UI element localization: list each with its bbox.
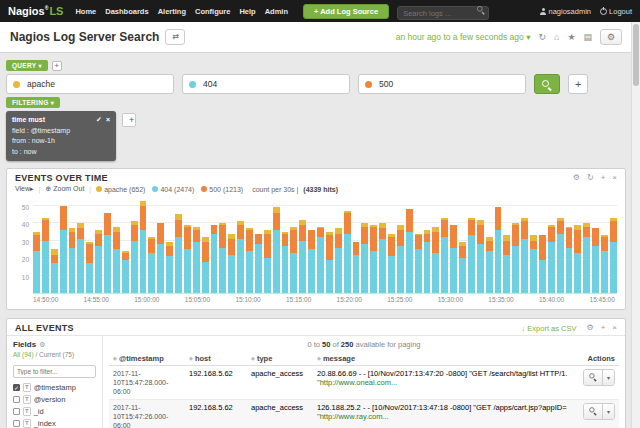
gear-icon[interactable]: ⚙ xyxy=(586,324,593,332)
chart-bar[interactable] xyxy=(583,223,590,293)
field-filter-input[interactable] xyxy=(13,365,96,378)
nav-item-home[interactable]: Home xyxy=(75,7,96,16)
close-icon[interactable]: × xyxy=(106,115,110,126)
chart-bar[interactable] xyxy=(113,227,120,293)
query-color-dot[interactable] xyxy=(189,81,196,88)
chart-bar[interactable] xyxy=(397,225,404,293)
chart-bar[interactable] xyxy=(601,235,608,293)
page-scrollbar[interactable] xyxy=(631,22,640,428)
chart-bar[interactable] xyxy=(95,230,102,293)
chart-bar[interactable] xyxy=(477,220,484,293)
chart-bar[interactable] xyxy=(317,227,324,293)
fields-toggle-current[interactable]: Current (75) xyxy=(39,351,74,358)
field-checkbox[interactable] xyxy=(13,396,20,403)
chart-bar[interactable] xyxy=(548,225,555,293)
query-section-toggle[interactable]: QUERY ▾ xyxy=(6,60,48,71)
chart-bar[interactable] xyxy=(335,228,342,293)
chart-bar[interactable] xyxy=(246,228,253,293)
row-search-button[interactable] xyxy=(584,404,602,419)
gear-icon[interactable]: ⚙ xyxy=(39,341,45,349)
chart-bar[interactable] xyxy=(131,221,138,293)
chart-bar[interactable] xyxy=(539,235,546,293)
paging-info[interactable]: 0 to 50 of 250 available for paging xyxy=(109,338,619,352)
chart-bar[interactable] xyxy=(512,223,519,293)
chart-bar[interactable] xyxy=(468,218,475,293)
field-item-version[interactable]: T@version xyxy=(13,393,96,405)
nav-item-alerting[interactable]: Alerting xyxy=(158,7,186,16)
chart-bar[interactable] xyxy=(459,242,466,293)
chart-bar[interactable] xyxy=(228,234,235,293)
row-actions-dropdown[interactable]: ▾ xyxy=(602,404,614,419)
chart-bar[interactable] xyxy=(566,227,573,293)
chart-bar[interactable] xyxy=(379,223,386,293)
chart-bar[interactable] xyxy=(166,242,173,293)
add-query-button[interactable]: + xyxy=(52,61,62,71)
event-row[interactable]: 2017-11-10T15:47:26.000-06:00192.168.5.6… xyxy=(109,400,619,428)
chart-bar[interactable] xyxy=(219,223,226,293)
chart-bar[interactable] xyxy=(42,218,49,293)
chart-bar[interactable] xyxy=(557,218,564,293)
chart-bar[interactable] xyxy=(86,242,93,293)
settings-gear-button[interactable]: ⚙ xyxy=(600,29,622,45)
chart-bar[interactable] xyxy=(415,234,422,293)
chart-bar[interactable] xyxy=(344,211,351,293)
chart-bar[interactable] xyxy=(290,227,297,293)
chart-bar[interactable] xyxy=(530,235,537,293)
chart-bar[interactable] xyxy=(361,223,368,293)
chart-bar[interactable] xyxy=(33,232,40,293)
plus-icon[interactable]: + xyxy=(601,174,606,182)
chart-bar[interactable] xyxy=(184,225,191,293)
view-toggle[interactable]: View▸ xyxy=(15,185,34,193)
chart-bar[interactable] xyxy=(299,220,306,293)
chart-bar[interactable] xyxy=(211,225,218,293)
chart-bar[interactable] xyxy=(326,232,333,293)
message-link[interactable]: "http://www.ray.com... xyxy=(317,412,567,421)
chart-bar[interactable] xyxy=(450,225,457,293)
chart-bar[interactable] xyxy=(406,209,413,293)
time-range-picker[interactable]: an hour ago to a few seconds ago ▾ xyxy=(396,32,531,42)
close-icon[interactable]: × xyxy=(612,174,617,182)
column-header-type[interactable]: ◆ type xyxy=(247,352,313,366)
chart-bar[interactable] xyxy=(237,221,244,293)
export-csv-link[interactable]: ↓Export as CSV xyxy=(522,324,577,333)
chart-bar[interactable] xyxy=(157,223,164,293)
user-menu[interactable]: nagiosadmin xyxy=(540,7,592,16)
field-checkbox[interactable] xyxy=(13,420,20,427)
chart-bar[interactable] xyxy=(441,218,448,293)
query-color-dot[interactable] xyxy=(13,81,20,88)
field-item-timestamp[interactable]: ✓T@timestamp xyxy=(13,381,96,393)
chart-bar[interactable] xyxy=(193,227,200,293)
chart-bar[interactable] xyxy=(175,214,182,293)
chart-bar[interactable] xyxy=(60,206,67,293)
legend-item[interactable]: apache (652) xyxy=(96,186,145,193)
chart-bar[interactable] xyxy=(503,235,510,293)
chart-bar[interactable] xyxy=(370,225,377,293)
event-row[interactable]: 2017-11-10T15:47:28.000-06:00192.168.5.6… xyxy=(109,366,619,400)
field-item-id[interactable]: T_id xyxy=(13,405,96,417)
nav-item-help[interactable]: Help xyxy=(239,7,255,16)
chart-bar[interactable] xyxy=(424,230,431,293)
run-search-button[interactable] xyxy=(534,74,560,94)
query-text-input-2[interactable] xyxy=(201,78,343,90)
column-header-timestamp[interactable]: ◆ @timestamp xyxy=(109,352,185,366)
chart-bar[interactable] xyxy=(255,234,262,293)
add-filter-button[interactable]: + xyxy=(122,113,136,127)
logout-button[interactable]: Logout xyxy=(600,7,632,16)
chart-bar[interactable] xyxy=(148,237,155,293)
query-text-input-3[interactable] xyxy=(377,78,519,90)
chart-bar[interactable] xyxy=(353,242,360,293)
nav-item-configure[interactable]: Configure xyxy=(195,7,230,16)
chart-bar[interactable] xyxy=(122,251,129,293)
field-checkbox[interactable] xyxy=(13,408,20,415)
nav-item-dashboards[interactable]: Dashboards xyxy=(105,7,148,16)
field-item-index[interactable]: T_index xyxy=(13,418,96,428)
query-text-input-1[interactable] xyxy=(25,78,167,90)
zoom-out-button[interactable]: ⊕ Zoom Out xyxy=(45,185,84,193)
filtering-section-toggle[interactable]: FILTERING ▾ xyxy=(6,97,60,108)
query-color-dot[interactable] xyxy=(365,81,372,88)
close-icon[interactable]: × xyxy=(612,324,617,332)
chart-bar[interactable] xyxy=(273,207,280,293)
star-icon[interactable]: ★ xyxy=(567,33,575,42)
chart-bar[interactable] xyxy=(610,218,617,293)
chart-bar[interactable] xyxy=(77,223,84,293)
